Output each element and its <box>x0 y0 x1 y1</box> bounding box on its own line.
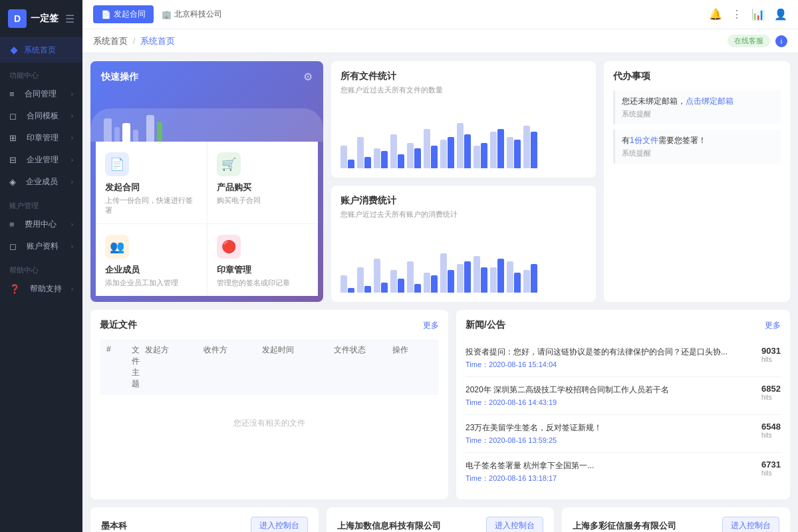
col-time: 发起时间 <box>262 344 329 390</box>
table-empty-text: 您还没有相关的文件 <box>100 398 439 449</box>
bar-group <box>507 261 521 293</box>
recent-files-title: 最近文件 <box>100 319 137 331</box>
todo-item-0-source: 系统提醒 <box>622 109 774 119</box>
bar-group <box>457 123 471 168</box>
info-icon[interactable]: i <box>775 35 787 47</box>
quick-op-send-contract[interactable]: 📄 发起合同 上传一份合同，快速进行签署 <box>96 142 207 223</box>
bar-group <box>473 143 487 168</box>
news-hits-2: 6548 <box>761 422 781 432</box>
bar-group <box>407 143 421 168</box>
todo-card: 代办事项 您还未绑定邮箱，点击绑定邮箱 系统提醒 有1份文件需要您签署！ 系统提… <box>604 61 790 302</box>
bar-group <box>390 270 404 293</box>
news-hits-label-3: hits <box>761 469 781 477</box>
sidebar-item-account-info[interactable]: ◻ 账户资料 › <box>0 235 82 257</box>
news-header: 新闻/公告 更多 <box>466 319 781 331</box>
col-action: 操作 <box>392 344 432 390</box>
bar-group <box>424 129 438 168</box>
company-name-1: 上海加数信息科技有限公司 <box>337 520 441 532</box>
todo-item-1-link[interactable]: 1份文件 <box>630 136 658 145</box>
todo-item-1: 有1份文件需要您签署！ 系统提醒 <box>613 130 781 164</box>
company-selector[interactable]: 🏢 北京科技公司 <box>162 9 222 20</box>
sidebar-item-seal-mgmt[interactable]: ⊞ 印章管理 › <box>0 127 82 149</box>
quick-ops-title: 快速操作 <box>101 71 138 83</box>
online-status-badge[interactable]: 在线客服 <box>728 35 770 47</box>
recent-files-more-btn[interactable]: 更多 <box>423 320 439 331</box>
news-more-btn[interactable]: 更多 <box>765 320 781 331</box>
todo-item-0-link[interactable]: 点击绑定邮箱 <box>686 96 733 106</box>
news-time-0: Time：2020-08-16 15:14:04 <box>466 360 753 370</box>
company-enter-btn-2[interactable]: 进入控制台 <box>722 517 779 532</box>
col-sender: 发起方 <box>145 344 198 390</box>
notification-icon[interactable]: 🔔 <box>709 8 722 21</box>
news-text-3[interactable]: 电子签名签署量 杭州拿下全国第一... <box>466 460 753 471</box>
recent-files-card: 最近文件 更多 # 文件主题 发起方 收件方 发起时间 文件状态 操作 您还没有… <box>90 310 448 499</box>
company-row: 墨本科 进入控制台 上海加数信息科技有限公司 进入控制台 上海多彩征信服务有限公… <box>90 507 790 532</box>
topbar: 📄 发起合同 🏢 北京科技公司 🔔 ⋮ 📊 👤 <box>82 0 798 29</box>
send-contract-button[interactable]: 📄 发起合同 <box>93 5 154 23</box>
todo-item-0-text: 您还未绑定邮箱，点击绑定邮箱 <box>622 96 733 106</box>
quick-ops-settings-icon[interactable]: ⚙ <box>303 70 313 83</box>
bar-group <box>374 259 388 293</box>
bar-group <box>490 259 504 293</box>
news-text-1[interactable]: 2020年 深圳第二高级技工学校招聘合同制工作人员若干名 <box>466 384 753 396</box>
more-icon[interactable]: ⋮ <box>732 8 742 21</box>
bar-group <box>407 261 421 293</box>
news-hits-3: 6731 <box>761 460 781 469</box>
breadcrumb-home[interactable]: 系统首页 <box>93 35 128 47</box>
news-text-2[interactable]: 23万在美留学生签名，反对签证新规！ <box>466 422 753 434</box>
col-num: # <box>106 344 126 390</box>
quick-op-company-members[interactable]: 👥 企业成员 添加企业员工加入管理 <box>96 224 207 296</box>
bar-group <box>440 253 454 293</box>
sidebar-item-company-mgmt[interactable]: ⊟ 企业管理 › <box>0 149 82 171</box>
news-hits-label-1: hits <box>761 394 781 401</box>
bar-group <box>374 148 388 168</box>
main-area: 📄 发起合同 🏢 北京科技公司 🔔 ⋮ 📊 👤 系统首页 / 系统首页 在线客服… <box>82 0 798 532</box>
news-item-2: 23万在美留学生签名，反对签证新规！ Time：2020-08-16 13:59… <box>466 415 781 453</box>
account-stats-title: 账户消费统计 <box>340 195 587 207</box>
purchase-icon: 🛒 <box>217 152 241 176</box>
section-label-account: 账户管理 <box>0 193 82 213</box>
breadcrumb-current: 系统首页 <box>140 35 175 47</box>
recent-files-header: 最近文件 更多 <box>100 319 439 331</box>
account-stats-card: 账户消费统计 您账户近过去天所有账户的消费统计 <box>331 186 596 302</box>
quick-op-purchase[interactable]: 🛒 产品购买 购买电子合同 <box>207 142 319 223</box>
sidebar-item-contract-template[interactable]: ◻ 合同模板 › <box>0 105 82 127</box>
bar-group <box>523 126 537 168</box>
stats-col: 所有文件统计 您账户近过去天所有文件的数量 账户消费统计 您账户近过去天所有账户… <box>331 61 596 302</box>
news-card: 新闻/公告 更多 投资者提问：您好，请问这链协议是签的有法律保护的合同？还是口头… <box>456 310 790 499</box>
sidebar-item-home[interactable]: 系统首页 <box>0 38 82 63</box>
file-stats-title: 所有文件统计 <box>340 70 587 82</box>
bar-group <box>523 264 537 293</box>
news-hits-label-0: hits <box>761 356 781 363</box>
send-contract-icon: 📄 <box>105 152 129 176</box>
menu-toggle-icon[interactable]: ☰ <box>65 13 74 25</box>
company-enter-btn-0[interactable]: 进入控制台 <box>251 517 308 532</box>
company-enter-btn-1[interactable]: 进入控制台 <box>486 517 543 532</box>
sidebar-item-contract-mgmt[interactable]: ≡ 合同管理 › <box>0 83 82 105</box>
sidebar-item-company-members[interactable]: ◈ 企业成员 › <box>0 171 82 193</box>
seal-mgmt-icon: 🔴 <box>217 235 241 259</box>
company-card-1: 上海加数信息科技有限公司 进入控制台 <box>327 507 555 532</box>
stats-icon[interactable]: 📊 <box>751 8 765 21</box>
bar-group <box>424 273 438 293</box>
news-text-0[interactable]: 投资者提问：您好，请问这链协议是签的有法律保护的合同？还是口头协... <box>466 346 753 358</box>
bar-group <box>390 134 404 168</box>
sidebar-item-cost-center[interactable]: ≡ 费用中心 › <box>0 213 82 235</box>
sidebar: D 一定签 ☰ 系统首页 功能中心 ≡ 合同管理 › ◻ 合同模板 › ⊞ 印章… <box>0 0 82 532</box>
news-hits-1: 6852 <box>761 384 781 394</box>
company-name-2: 上海多彩征信服务有限公司 <box>573 520 676 532</box>
section-label-functions: 功能中心 <box>0 63 82 83</box>
file-bar-chart <box>340 102 587 168</box>
todo-item-1-source: 系统提醒 <box>622 148 774 158</box>
recent-files-table-header: # 文件主题 发起方 收件方 发起时间 文件状态 操作 <box>100 339 439 395</box>
news-item-3: 电子签名签署量 杭州拿下全国第一... Time：2020-08-16 13:1… <box>466 453 781 490</box>
user-icon[interactable]: 👤 <box>774 8 787 21</box>
sidebar-item-help[interactable]: ❓ 帮助支持 › <box>0 278 82 300</box>
todo-item-1-text: 有1份文件需要您签署！ <box>622 136 706 145</box>
topbar-icons: 🔔 ⋮ 📊 👤 <box>709 8 787 21</box>
col-status: 文件状态 <box>334 344 387 390</box>
todo-item-0: 您还未绑定邮箱，点击绑定邮箱 系统提醒 <box>613 90 781 124</box>
account-bar-chart <box>340 226 587 293</box>
quick-op-seal-mgmt[interactable]: 🔴 印章管理 管理您的签名或印记章 <box>207 224 319 296</box>
bar-group <box>357 137 371 168</box>
